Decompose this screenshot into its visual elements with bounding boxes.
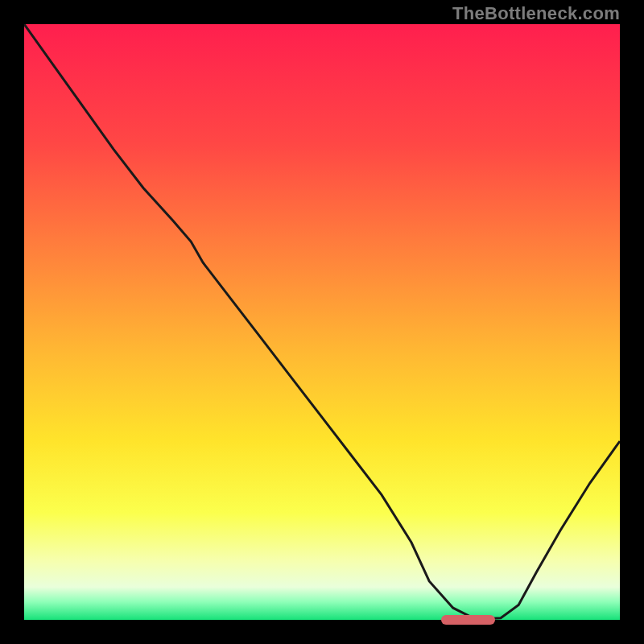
optimal-marker bbox=[441, 615, 495, 625]
plot-area bbox=[24, 24, 620, 620]
bottleneck-curve bbox=[24, 24, 620, 620]
watermark: TheBottleneck.com bbox=[452, 3, 620, 24]
